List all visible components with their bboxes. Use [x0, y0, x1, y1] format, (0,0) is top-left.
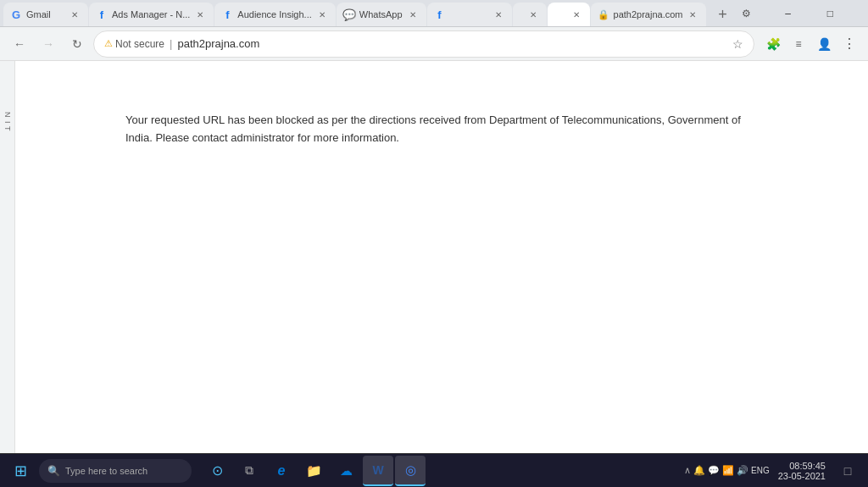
browser-window: G Gmail ✕ f Ads Manager - N... ✕ f Audie… [0, 0, 868, 487]
left-sidebar: N I T [0, 61, 15, 453]
toolbar-icons: 🧩 ≡ 👤 ⋮ [761, 32, 861, 56]
tab-ads-close[interactable]: ✕ [193, 8, 207, 21]
star-icon[interactable]: ☆ [732, 37, 743, 51]
tab-audience-close[interactable]: ✕ [315, 8, 329, 21]
tab-gmail[interactable]: G Gmail ✕ [3, 3, 88, 26]
tab-whatsapp-close[interactable]: ✕ [406, 8, 420, 21]
tab-gmail-close[interactable]: ✕ [68, 8, 81, 21]
taskbar-search-placeholder: Type here to search [65, 466, 147, 476]
volume-icon[interactable]: 🔊 [737, 465, 748, 476]
reload-button[interactable]: ↻ [64, 31, 90, 57]
tab-whatsapp-label: WhatsApp [359, 9, 403, 19]
taskbar: ⊞ 🔍 Type here to search ⊙ ⧉ e 📁 ☁ [0, 453, 868, 487]
chrome-icon: ◎ [405, 462, 416, 478]
tab-fb-close[interactable]: ✕ [492, 8, 505, 21]
windows-logo-icon: ⊞ [14, 462, 27, 480]
taskbar-app-onedrive[interactable]: ☁ [331, 456, 361, 486]
tab-active[interactable]: ✕ [548, 3, 590, 26]
cortana-icon: ⊙ [212, 462, 223, 479]
taskbar-clock[interactable]: 08:59:45 23-05-2021 [778, 461, 826, 481]
close-button[interactable]: ✕ [853, 0, 868, 27]
forward-button[interactable]: → [36, 31, 61, 57]
whatsapp-favicon: 💬 [343, 8, 355, 20]
back-button[interactable]: ← [7, 31, 32, 57]
taskbar-time: 08:59:45 [789, 461, 826, 471]
menu-icon[interactable]: ⋮ [837, 32, 861, 56]
tabs-area: G Gmail ✕ f Ads Manager - N... ✕ f Audie… [3, 0, 734, 26]
profile-icon[interactable]: 👤 [812, 32, 836, 56]
nav-bar: ← → ↻ ⚠ Not secure | path2prajna.com ☆ 🧩… [0, 27, 868, 61]
tab-facebook[interactable]: f ✕ [427, 3, 512, 26]
address-text: path2prajna.com [177, 37, 727, 50]
taskbar-date: 23-05-2021 [778, 471, 826, 481]
blocked-message: Your requested URL has been blocked as p… [125, 112, 761, 147]
address-icons: ☆ [732, 37, 743, 51]
taskbar-app-search[interactable]: ⊙ [202, 456, 232, 486]
chat-icon[interactable]: 💬 [708, 465, 720, 476]
tab-ads-label: Ads Manager - N... [112, 9, 190, 19]
minimize-button[interactable]: – [768, 0, 807, 27]
gmail-favicon: G [10, 8, 22, 20]
path2prajna-favicon: 🔒 [598, 8, 609, 20]
browser-body: N I T Your requested URL has been blocke… [0, 61, 868, 453]
taskbar-apps: ⊙ ⧉ e 📁 ☁ W ◎ [195, 456, 676, 486]
page-content: Your requested URL has been blocked as p… [15, 61, 868, 453]
network-icon[interactable]: 📶 [722, 465, 734, 476]
tab-path2prajna[interactable]: 🔒 path2prajna.com ✕ [591, 3, 707, 26]
notification-icon[interactable]: 🔔 [693, 465, 705, 476]
taskbar-app-chrome[interactable]: ◎ [395, 456, 426, 486]
system-tray-chevron[interactable]: ∧ [684, 465, 691, 476]
action-center-icon: □ [844, 464, 851, 478]
notification-area: ∧ 🔔 💬 📶 🔊 ENG [679, 465, 775, 476]
start-button[interactable]: ⊞ [5, 456, 36, 486]
tab-audience[interactable]: f Audience Insigh... ✕ [214, 3, 335, 26]
security-icon: ⚠ Not secure [104, 38, 164, 50]
sidebar-text-t: T [3, 126, 12, 131]
sidebar-text-i: I [3, 121, 12, 124]
audience-favicon: f [221, 8, 233, 20]
window-controls: – □ ✕ [768, 0, 868, 27]
extensions-icon[interactable]: 🧩 [761, 32, 785, 56]
extension-area-icon[interactable]: ⚙ [734, 2, 758, 25]
language-indicator[interactable]: ENG [751, 466, 770, 475]
taskbar-search-icon: 🔍 [47, 465, 60, 477]
new-tab-button[interactable]: + [710, 3, 734, 26]
taskview-icon: ⧉ [245, 463, 253, 478]
tab-path2prajna-label: path2prajna.com [614, 9, 683, 19]
tab-whatsapp[interactable]: 💬 WhatsApp ✕ [337, 3, 426, 26]
title-bar: G Gmail ✕ f Ads Manager - N... ✕ f Audie… [0, 0, 868, 27]
bookmark-manager-icon[interactable]: ≡ [787, 32, 810, 56]
sidebar-text-n: N [3, 112, 12, 118]
word-icon: W [372, 463, 383, 477]
edge-icon: e [278, 463, 286, 479]
tab-active-close[interactable]: ✕ [570, 8, 583, 21]
fb-favicon: f [434, 8, 446, 20]
tab-audience-label: Audience Insigh... [237, 9, 311, 19]
address-bar[interactable]: ⚠ Not secure | path2prajna.com ☆ [93, 30, 754, 58]
maximize-button[interactable]: □ [810, 0, 849, 27]
tab-path2prajna-close[interactable]: ✕ [686, 8, 699, 21]
explorer-icon: 📁 [306, 463, 322, 479]
tab-ads-manager[interactable]: f Ads Manager - N... ✕ [89, 3, 214, 26]
taskbar-app-explorer[interactable]: 📁 [298, 456, 329, 486]
tab-unknown1[interactable]: ✕ [513, 3, 547, 26]
tab-gmail-label: Gmail [26, 9, 64, 19]
onedrive-icon: ☁ [340, 463, 353, 479]
notification-button[interactable]: □ [832, 456, 863, 486]
tab-unknown1-close[interactable]: ✕ [526, 8, 540, 21]
taskbar-app-taskview[interactable]: ⧉ [234, 456, 264, 486]
taskbar-search-bar[interactable]: 🔍 Type here to search [39, 459, 192, 483]
ads-favicon: f [96, 8, 108, 20]
taskbar-app-word[interactable]: W [363, 456, 393, 486]
taskbar-app-edge[interactable]: e [266, 456, 297, 486]
